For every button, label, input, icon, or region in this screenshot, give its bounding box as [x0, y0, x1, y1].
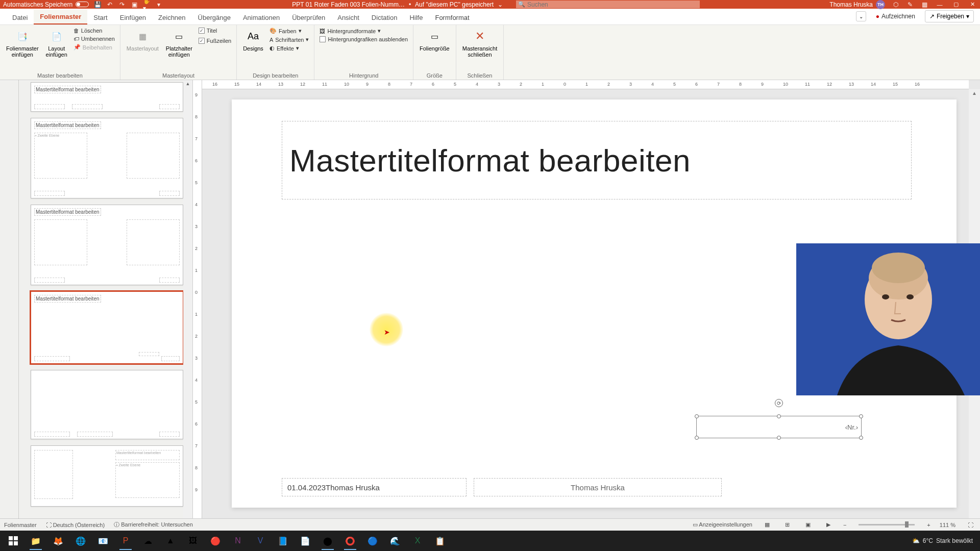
weather-widget[interactable]: ⛅ 6°C Stark bewölkt: [912, 537, 977, 544]
chrome-icon[interactable]: 🌐: [70, 532, 91, 550]
app-icon[interactable]: 🔴: [205, 532, 226, 550]
resize-handle-icon[interactable]: [777, 414, 781, 418]
resize-handle-icon[interactable]: [695, 436, 699, 440]
pagenumber-placeholder-selected[interactable]: ⟳ ‹Nr.›: [696, 416, 862, 438]
fonts-button[interactable]: ASchriftarten▾: [268, 36, 310, 43]
drawing-icon[interactable]: ✎: [906, 1, 914, 8]
autosave-toggle[interactable]: Automatisches Speichern: [3, 1, 89, 8]
status-mode[interactable]: Folienmaster: [4, 522, 37, 528]
qat-more-icon[interactable]: ▾: [155, 1, 162, 8]
slide-size-button[interactable]: ▭ Foliengröße: [418, 27, 452, 53]
thumbnail-scrollbar[interactable]: ▲ ▼: [183, 80, 192, 535]
hide-background-checkbox[interactable]: Hintergrundgrafiken ausblenden: [318, 36, 409, 43]
tab-draw[interactable]: Zeichnen: [152, 11, 191, 24]
scroll-up-icon[interactable]: ▲: [972, 90, 977, 96]
document-title[interactable]: PPT 01 Roter Faden 003 Folien-Numm… • Au…: [292, 1, 503, 8]
app-icon[interactable]: 📋: [430, 532, 450, 550]
title-checkbox[interactable]: Titel: [198, 27, 232, 34]
zoom-out-button[interactable]: −: [843, 522, 846, 528]
tab-file[interactable]: Datei: [6, 11, 34, 24]
onenote-icon[interactable]: N: [228, 532, 248, 550]
visio-icon[interactable]: V: [250, 532, 271, 550]
excel-icon[interactable]: X: [407, 532, 428, 550]
tab-dictation[interactable]: Dictation: [365, 11, 404, 24]
collapse-ribbon-button[interactable]: ⌄: [856, 11, 866, 21]
reading-view-button[interactable]: ▣: [802, 520, 814, 530]
app-icon[interactable]: 🖼: [183, 532, 203, 550]
app-icon[interactable]: 🔵: [362, 532, 383, 550]
rotate-handle-icon[interactable]: ⟳: [775, 399, 783, 407]
layout-thumbnail[interactable]: Mastertitelformat bearbeiten: [31, 82, 183, 112]
preserve-layout-button[interactable]: 📌Beibehalten: [72, 43, 116, 51]
app-icon[interactable]: 📘: [273, 532, 293, 550]
close-button[interactable]: ✕: [968, 1, 977, 8]
display-settings-button[interactable]: ▭ Anzeigeeinstellungen: [693, 521, 752, 528]
tab-help[interactable]: Hilfe: [403, 11, 429, 24]
minimize-button[interactable]: —: [935, 1, 944, 8]
title-placeholder[interactable]: Mastertitelformat bearbeiten: [282, 121, 912, 199]
edge-icon[interactable]: 🌊: [385, 532, 405, 550]
sorter-view-button[interactable]: ⊞: [782, 520, 793, 530]
layout-thumbnail-selected[interactable]: Mastertitelformat bearbeiten: [31, 291, 183, 364]
tab-shapeformat[interactable]: Formformat: [429, 11, 475, 24]
tab-review[interactable]: Überprüfen: [286, 11, 331, 24]
tab-insert[interactable]: Einfügen: [114, 11, 152, 24]
autosave-switch-icon[interactable]: [76, 2, 89, 7]
tab-home[interactable]: Start: [87, 11, 113, 24]
zoom-level[interactable]: 111 %: [940, 522, 955, 528]
touch-mode-icon[interactable]: ✋▾: [143, 1, 150, 8]
start-button[interactable]: [3, 532, 23, 550]
obs-icon[interactable]: ⬤: [317, 532, 338, 550]
footer-checkbox[interactable]: Fußzeilen: [198, 37, 232, 44]
close-masterview-button[interactable]: ✕ Masteransicht schließen: [460, 27, 499, 59]
app-icon[interactable]: ⭕: [340, 532, 360, 550]
layout-thumbnail[interactable]: Mastertitelformat bearbeiten • Zweite Eb…: [31, 445, 183, 507]
zoom-slider[interactable]: [859, 524, 915, 525]
app-icon[interactable]: 📄: [295, 532, 315, 550]
insert-layout-button[interactable]: 📄 Layout einfügen: [44, 27, 69, 59]
resize-handle-icon[interactable]: [859, 414, 863, 418]
date-placeholder[interactable]: 01.04.2023 Thomas Hruska: [282, 478, 467, 496]
app-icon[interactable]: ☁: [138, 532, 158, 550]
coming-soon-icon[interactable]: ⬡: [892, 1, 899, 8]
colors-button[interactable]: 🎨Farben▾: [268, 27, 310, 35]
rename-layout-button[interactable]: 🏷Umbenennen: [72, 35, 116, 42]
share-button[interactable]: ↗Freigeben▾: [925, 10, 974, 22]
designs-button[interactable]: Aa Designs: [241, 27, 265, 53]
layout-thumbnail[interactable]: Mastertitelformat bearbeiten: [31, 205, 183, 285]
masterlayout-button[interactable]: ▦ Masterlayout: [125, 27, 161, 53]
maximize-button[interactable]: ▢: [951, 1, 961, 8]
outlook-icon[interactable]: 📧: [93, 532, 113, 550]
tab-animations[interactable]: Animationen: [237, 11, 286, 24]
layout-thumbnail[interactable]: [31, 370, 183, 439]
record-button[interactable]: ●Aufzeichnen: [871, 10, 920, 22]
undo-icon[interactable]: ↶: [106, 1, 113, 8]
footer-placeholder[interactable]: Thomas Hruska: [474, 478, 722, 496]
effects-button[interactable]: ◐Effekte▾: [268, 44, 310, 52]
status-language[interactable]: ⛶ Deutsch (Österreich): [46, 522, 105, 528]
tab-view[interactable]: Ansicht: [331, 11, 365, 24]
resize-handle-icon[interactable]: [859, 436, 863, 440]
firefox-icon[interactable]: 🦊: [48, 532, 68, 550]
delete-layout-button[interactable]: 🗑Löschen: [72, 27, 116, 34]
account-button[interactable]: Thomas Hruska TH: [829, 0, 885, 9]
save-icon[interactable]: 💾: [94, 1, 101, 8]
zoom-in-button[interactable]: +: [927, 522, 930, 528]
explorer-icon[interactable]: 📁: [26, 532, 46, 550]
layout-thumbnail[interactable]: Mastertitelformat bearbeiten • Zweite Eb…: [31, 118, 183, 198]
resize-handle-icon[interactable]: [777, 436, 781, 440]
from-beginning-icon[interactable]: ▣: [131, 1, 138, 8]
slideshow-view-button[interactable]: ▶: [823, 520, 834, 530]
thumbnail-panel[interactable]: Mastertitelformat bearbeiten Mastertitel…: [0, 80, 193, 535]
insert-slidemaster-button[interactable]: 📑 Folienmaster einfügen: [4, 27, 41, 59]
scroll-up-icon[interactable]: ▲: [186, 81, 190, 86]
vlc-icon[interactable]: ▲: [160, 532, 181, 550]
tab-transitions[interactable]: Übergänge: [192, 11, 237, 24]
powerpoint-icon[interactable]: P: [115, 532, 136, 550]
background-formats-button[interactable]: 🖼Hintergrundformate▾: [318, 27, 409, 35]
redo-icon[interactable]: ↷: [118, 1, 126, 8]
insert-placeholder-button[interactable]: ▭ Platzhalter einfügen: [164, 27, 194, 59]
ribbon-display-icon[interactable]: ▦: [921, 1, 928, 8]
normal-view-button[interactable]: ▦: [762, 520, 773, 530]
status-accessibility[interactable]: ⓘ Barrierefreiheit: Untersuchen: [114, 521, 193, 529]
